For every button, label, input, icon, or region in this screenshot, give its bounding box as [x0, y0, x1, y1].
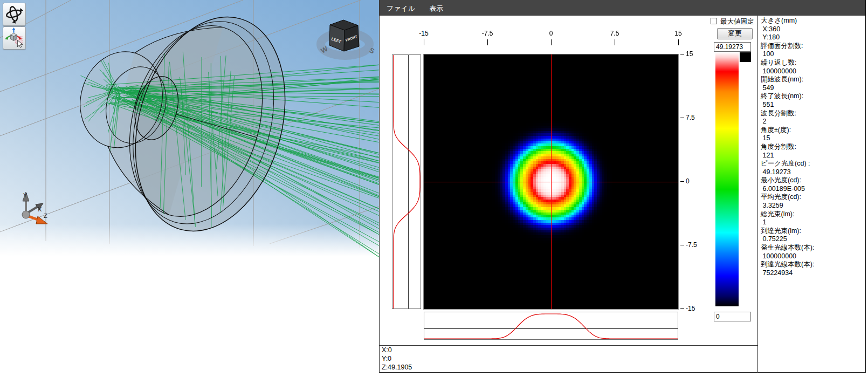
- y-tick-mark-0: [680, 181, 684, 182]
- parameter-line: 平均光度(cd):: [761, 193, 814, 202]
- viewport-3d[interactable]: W S LEFT FRONT Y X Z: [0, 0, 379, 384]
- parameter-line: 終了波長(nm):: [761, 92, 814, 101]
- parameter-line: 繰り返し数:: [761, 59, 814, 67]
- parameter-line: 開始波長(nm):: [761, 76, 814, 84]
- status-line: Y:0: [382, 355, 412, 364]
- parameter-line: 1: [761, 218, 814, 227]
- x-tick-mark-7.5: [615, 39, 615, 45]
- change-button[interactable]: 変更: [717, 28, 753, 39]
- over-max-swatch: [740, 52, 751, 62]
- min-value-field[interactable]: 0: [714, 312, 751, 321]
- plot-area: 最大値固定 変更 49.19273 0 大きさ(mm) X:360 Y:180評…: [380, 16, 865, 373]
- parameter-line: 6.00189E-005: [761, 185, 814, 194]
- fix-max-label: 最大値固定: [720, 17, 754, 26]
- vertical-divider: [757, 16, 758, 373]
- parameter-line: 49.19273: [761, 168, 814, 177]
- heatmap[interactable]: [423, 54, 679, 310]
- y-tick-label-7.5: 7.5: [686, 114, 695, 121]
- pan-move-icon: [3, 27, 24, 48]
- colorbar: [715, 52, 739, 306]
- bottom-profile-curve: [424, 312, 678, 339]
- parameter-line: 75224934: [761, 269, 814, 278]
- orbit-icon: [3, 3, 24, 24]
- pan-tool-button[interactable]: [3, 26, 26, 50]
- parameter-line: 到達光線本数(本):: [761, 260, 814, 269]
- status-line: X:0: [382, 346, 412, 355]
- left-profile-curve: [392, 55, 421, 308]
- parameter-line: 100000000: [761, 252, 814, 261]
- lower-white-area: [0, 256, 379, 384]
- parameter-line: 121: [761, 152, 814, 160]
- parameter-line: 15: [761, 134, 814, 143]
- parameter-line: 3.3259: [761, 202, 814, 210]
- axis-label-x: X: [38, 206, 42, 212]
- bottom-profile-panel: [424, 312, 678, 340]
- y-tick-label-15: 15: [686, 50, 693, 58]
- parameter-line: Y:180: [761, 33, 814, 42]
- menu-item-0[interactable]: ファイル: [380, 0, 422, 16]
- y-tick-mark-15: [680, 54, 684, 54]
- horizontal-divider: [380, 345, 757, 346]
- left-profile-panel: [392, 54, 421, 309]
- x-tick-label--15: -15: [413, 30, 435, 37]
- parameter-list: 大きさ(mm) X:360 Y:180評価面分割数: 100繰り返し数: 100…: [761, 17, 814, 277]
- parameter-line: 551: [761, 101, 814, 109]
- y-tick-label-0: 0: [686, 177, 690, 185]
- parameter-line: X:360: [761, 25, 814, 34]
- screenshot-root: W S LEFT FRONT Y X Z: [0, 0, 868, 384]
- parameter-line: 100000000: [761, 67, 814, 76]
- photometry-window: ファイル表示: [379, 0, 866, 373]
- parameter-line: 評価面分割数:: [761, 42, 814, 51]
- parameter-line: 2: [761, 118, 814, 126]
- x-tick-mark--15: [424, 39, 424, 45]
- parameter-line: 最小光度(cd):: [761, 176, 814, 185]
- menu-item-1[interactable]: 表示: [422, 0, 450, 16]
- parameter-line: 発生光線本数(本):: [761, 244, 814, 252]
- x-tick-mark--7.5: [487, 39, 488, 45]
- parameter-line: 波長分割数:: [761, 109, 814, 118]
- x-tick-label--7.5: -7.5: [477, 30, 498, 37]
- x-tick-mark-0: [551, 39, 552, 45]
- cursor-status: X:0Y:0Z:49.1905: [382, 346, 412, 372]
- y-tick-mark--15: [680, 308, 684, 309]
- parameter-line: ピーク光度(cd) :: [761, 160, 814, 168]
- y-tick-mark--7.5: [680, 245, 684, 245]
- parameter-line: 到達光束(lm):: [761, 227, 814, 236]
- parameter-line: 角度±(度):: [761, 126, 814, 135]
- parameter-line: 100: [761, 50, 814, 59]
- parameter-line: 549: [761, 84, 814, 93]
- status-line: Z:49.1905: [382, 364, 412, 372]
- axis-label-z: Z: [44, 212, 47, 219]
- menu-bar: ファイル表示: [380, 0, 865, 16]
- parameter-line: 大きさ(mm): [761, 17, 814, 25]
- parameter-line: 総光束(lm):: [761, 210, 814, 219]
- max-value-field[interactable]: 49.19273: [714, 42, 751, 52]
- y-tick-label--7.5: -7.5: [686, 241, 697, 249]
- x-tick-label-0: 0: [540, 30, 562, 37]
- axis-label-y: Y: [23, 192, 27, 198]
- x-tick-label-7.5: 7.5: [604, 30, 625, 37]
- y-tick-label--15: -15: [686, 305, 695, 312]
- x-tick-label-15: 15: [667, 30, 689, 37]
- y-tick-mark-7.5: [680, 118, 684, 118]
- parameter-line: 角度分割数:: [761, 143, 814, 152]
- fix-max-checkbox[interactable]: [711, 18, 717, 24]
- crosshair-vertical: [551, 54, 552, 309]
- orbit-tool-button[interactable]: [3, 3, 26, 26]
- parameter-line: 0.75225: [761, 235, 814, 244]
- x-tick-mark-15: [678, 39, 679, 45]
